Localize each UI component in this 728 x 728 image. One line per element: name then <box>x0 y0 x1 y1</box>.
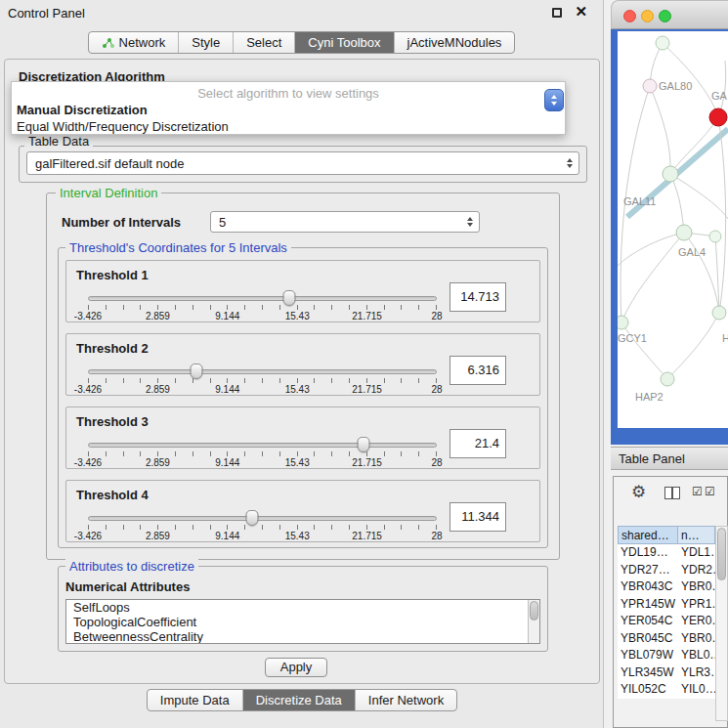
combobox-stepper-icon <box>567 158 573 168</box>
columns-icon[interactable] <box>664 487 680 499</box>
slider-thumb[interactable] <box>190 364 202 379</box>
gear-icon[interactable]: ⚙ <box>631 483 646 502</box>
algorithm-option-equal-width[interactable]: Equal Width/Frequency Discretization <box>12 118 565 135</box>
up-arrow-icon <box>551 95 557 99</box>
threshold-2-slider[interactable]: -3.426 2.859 9.144 15.43 21.715 28 <box>88 364 437 397</box>
tab-jactivemnodules[interactable]: jActiveMNodules <box>395 32 515 53</box>
tick-label: 2.859 <box>146 311 170 321</box>
scrollbar-thumb[interactable] <box>530 601 538 621</box>
attribute-list-item[interactable]: TopologicalCoefficient <box>66 615 539 629</box>
tick-label: 2.859 <box>146 531 170 541</box>
network-view-frame: GAL80 GA GAL11 GAL4 GCY1 HAP2 H <box>611 29 728 445</box>
node-gal11[interactable] <box>663 166 678 182</box>
threshold-3-slider[interactable]: -3.426 2.859 9.144 15.43 21.715 28 <box>88 437 437 470</box>
slider-tick-labels: -3.426 2.859 9.144 15.43 21.715 28 <box>88 384 437 396</box>
network-canvas[interactable]: GAL80 GA GAL11 GAL4 GCY1 HAP2 H <box>618 31 728 428</box>
attributes-list-scrollbar[interactable] <box>528 600 539 643</box>
node-label: GA <box>711 90 728 102</box>
algorithm-dropdown-popup: Select algorithm to view settings Manual… <box>11 81 566 135</box>
tab-infer-network[interactable]: Infer Network <box>356 690 456 710</box>
table-data-combobox[interactable]: galFiltered.sif default node <box>26 151 579 175</box>
node-selected-red[interactable] <box>709 108 727 126</box>
tick-label: 28 <box>431 531 442 541</box>
tick-label: -3.426 <box>74 531 102 541</box>
node-gal4[interactable] <box>676 225 692 240</box>
threshold-2-value-field[interactable]: 6.316 <box>450 356 506 385</box>
network-graph: GAL80 GA GAL11 GAL4 GCY1 HAP2 H <box>618 31 728 428</box>
algorithm-combobox-stepper[interactable] <box>544 89 564 111</box>
table-row[interactable]: YPR145WYPR1… <box>618 596 715 614</box>
tab-select[interactable]: Select <box>234 32 295 53</box>
threshold-3-value-field[interactable]: 21.4 <box>450 429 506 458</box>
node-gal80[interactable] <box>643 79 657 93</box>
number-of-intervals-combobox[interactable]: 5 <box>210 211 480 233</box>
threshold-4-slider[interactable]: -3.426 2.859 9.144 15.43 21.715 28 <box>88 510 437 543</box>
tab-style[interactable]: Style <box>179 32 234 53</box>
node-hap2[interactable] <box>661 372 674 386</box>
slider-track[interactable] <box>88 369 437 374</box>
tick-label: -3.426 <box>74 457 102 468</box>
tick-label: 21.715 <box>352 457 382 468</box>
table-scrollbar[interactable] <box>715 526 728 721</box>
node-label: GCY1 <box>618 332 647 344</box>
checkbox-icon[interactable]: ☑ <box>705 485 715 498</box>
tick-label: 9.144 <box>215 311 239 321</box>
attribute-list-item[interactable]: BetweennessCentrality <box>66 629 539 644</box>
threshold-2-label: Threshold 2 <box>76 341 149 356</box>
column-header-name[interactable]: n… <box>678 526 715 544</box>
attributes-group-label: Attributes to discretize <box>65 559 198 574</box>
tick-label: 21.715 <box>352 531 382 541</box>
tick-label: 15.43 <box>285 311 310 321</box>
slider-thumb[interactable] <box>358 437 370 452</box>
slider-track[interactable] <box>88 443 437 448</box>
table-row[interactable]: YBL079WYBL0… <box>618 647 715 664</box>
table-body: YDL19…YDL1… YDR27…YDR2… YBR043CYBR0… YPR… <box>618 544 715 699</box>
algorithm-placeholder: Select algorithm to view settings <box>12 82 565 102</box>
threshold-1-slider[interactable]: -3.426 2.859 9.144 15.43 21.715 28 <box>88 290 437 323</box>
down-arrow-icon <box>551 102 557 106</box>
node-label: H <box>722 332 728 344</box>
tab-cyni-toolbox[interactable]: Cyni Toolbox <box>295 32 394 53</box>
apply-button[interactable]: Apply <box>265 658 327 677</box>
minimize-traffic-light-button[interactable] <box>641 10 654 22</box>
node-gcy1[interactable] <box>618 316 628 329</box>
zoom-traffic-light-button[interactable] <box>659 10 671 22</box>
slider-track[interactable] <box>88 296 437 301</box>
scrollbar-thumb[interactable] <box>717 528 726 580</box>
threshold-4-label: Threshold 4 <box>76 488 149 502</box>
table-row[interactable]: YIL052CYIL0… <box>618 681 715 699</box>
tab-discretize-data[interactable]: Discretize Data <box>243 690 356 710</box>
slider-thumb[interactable] <box>245 510 258 526</box>
slider-track[interactable] <box>88 516 437 521</box>
close-window-icon[interactable]: ✕ <box>575 3 587 21</box>
restore-window-icon[interactable] <box>552 8 562 18</box>
attribute-list-item[interactable]: SelfLoops <box>66 600 539 615</box>
tick-label: 21.715 <box>352 384 382 395</box>
table-panel-titlebar: Table Panel <box>611 447 728 470</box>
algorithm-option-manual[interactable]: Manual Discretization <box>12 102 565 118</box>
slider-thumb[interactable] <box>283 290 296 306</box>
table-row[interactable]: YBR045CYBR0… <box>618 630 715 648</box>
table-row[interactable]: YER054CYER0… <box>618 613 715 630</box>
node[interactable] <box>712 306 726 320</box>
table-row[interactable]: YLR345WYLR3… <box>618 664 715 682</box>
tab-network[interactable]: Network <box>89 32 180 53</box>
tab-impute-data[interactable]: Impute Data <box>148 690 243 710</box>
window-title: Control Panel <box>8 6 85 21</box>
column-header-shared-name[interactable]: shared… <box>618 526 678 544</box>
cyni-toolbox-panel: Discretization Algorithm Select algorith… <box>4 59 600 684</box>
tick-label: 21.715 <box>352 311 382 321</box>
checkbox-icon[interactable]: ☑ <box>692 485 703 498</box>
table-row[interactable]: YDR27…YDR2… <box>618 562 715 579</box>
number-of-intervals-label: Number of Intervals <box>62 215 181 230</box>
table-row[interactable]: YDL19…YDL1… <box>618 544 715 562</box>
threshold-3-panel: Threshold 3 -3.426 2.859 9.144 15.43 21.… <box>65 407 540 469</box>
threshold-4-value-field[interactable]: 11.344 <box>450 502 506 532</box>
node-label: GAL4 <box>678 246 706 258</box>
threshold-1-value-field[interactable]: 14.713 <box>450 282 506 312</box>
node[interactable] <box>656 36 669 50</box>
tick-label: 9.144 <box>215 457 239 468</box>
node[interactable] <box>709 231 721 242</box>
close-traffic-light-button[interactable] <box>623 10 636 22</box>
table-row[interactable]: YBR043CYBR0… <box>618 578 715 596</box>
